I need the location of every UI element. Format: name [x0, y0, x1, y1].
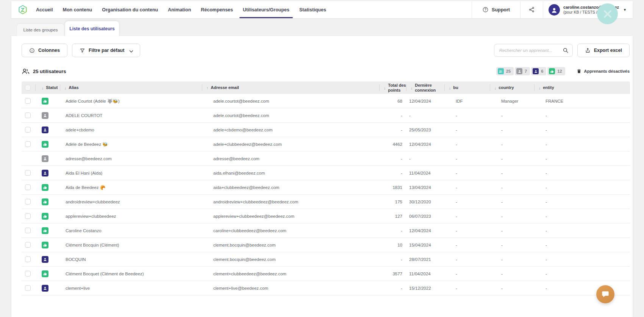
- user-country: -: [490, 267, 534, 281]
- row-checkbox[interactable]: [25, 112, 31, 118]
- avatar: [549, 4, 560, 16]
- column-header-points[interactable]: ↓Total des points: [379, 81, 406, 94]
- column-header-statut[interactable]: ↓Statut: [35, 81, 60, 94]
- user-points: 3577: [379, 267, 406, 281]
- search-input[interactable]: [499, 48, 563, 53]
- select-all-checkbox[interactable]: [22, 81, 35, 94]
- badge-total[interactable]: 25: [496, 67, 514, 75]
- export-excel-button[interactable]: Export excel: [577, 44, 630, 57]
- nav-item-statistiques[interactable]: Statistiques: [299, 1, 326, 18]
- nav-item-r-compenses[interactable]: Récompenses: [201, 1, 233, 18]
- user-row[interactable]: Adèle de Beedeez 🐝adele+clubbeedeez@beed…: [22, 137, 630, 151]
- user-row[interactable]: Aida de Beedeez 🥐aida+clubbeedeez@beedee…: [22, 180, 630, 195]
- user-entity: -: [534, 252, 630, 266]
- user-last-connection: 11/04/2024: [406, 166, 444, 180]
- user-entity: -: [534, 267, 630, 281]
- row-checkbox[interactable]: [25, 256, 31, 262]
- sort-down-icon: ↓: [539, 86, 541, 90]
- user-email: adele.courtot@beedeez.com: [202, 94, 379, 108]
- chat-widget-button[interactable]: [596, 285, 614, 303]
- user-email: applereview+clubbeedeez@beedeez.com: [202, 209, 379, 223]
- search-box: [494, 44, 573, 57]
- badge-pending[interactable]: 6: [531, 67, 546, 75]
- column-header-email[interactable]: ↑Adresse email: [202, 81, 379, 94]
- user-row[interactable]: Adèle Courtot (Adèle 🐺🐝)adele.courtot@be…: [22, 94, 630, 108]
- status-pending-icon: [42, 126, 48, 133]
- status-active-icon: [42, 227, 48, 234]
- close-widget-button[interactable]: [597, 3, 618, 24]
- nav-item-organisation-du-contenu[interactable]: Organisation du contenu: [102, 1, 158, 18]
- user-country: -: [490, 281, 534, 295]
- nav-item-accueil[interactable]: Accueil: [36, 1, 53, 18]
- beedeez-logo[interactable]: [18, 5, 28, 15]
- account-menu[interactable]: caroline.costanzo@beedeez (pour KB / TES…: [543, 1, 633, 18]
- trash-icon: [577, 69, 581, 74]
- row-checkbox[interactable]: [25, 271, 31, 276]
- user-entity: -: [534, 137, 630, 151]
- help-icon: [482, 6, 489, 13]
- user-bu: -: [444, 267, 490, 281]
- row-checkbox[interactable]: [25, 127, 31, 133]
- user-row[interactable]: adresse@beedeez.comadresse@beedeez.com--…: [22, 151, 630, 166]
- user-points: 1831: [379, 180, 406, 194]
- column-header-country[interactable]: ↓country: [490, 81, 534, 94]
- badge-active[interactable]: 12: [547, 67, 565, 75]
- disabled-learners-button[interactable]: Apprenants désactivés: [577, 69, 630, 74]
- user-row[interactable]: Aida El Hani (Aida)aida.elhani@beedeez.c…: [22, 166, 630, 180]
- user-email: adele.courtot@beedeez.com: [202, 108, 379, 122]
- column-header-connexion[interactable]: ↓Dernière connexion: [406, 81, 444, 94]
- user-entity: -: [534, 195, 630, 209]
- main-nav: AccueilMon contenuOrganisation du conten…: [36, 1, 326, 18]
- row-checkbox[interactable]: [25, 285, 31, 291]
- nav-item-animation[interactable]: Animation: [168, 1, 191, 18]
- tab-users-list[interactable]: Liste des utilisateurs: [65, 21, 119, 36]
- row-checkbox[interactable]: [25, 213, 31, 219]
- badge-value: 6: [541, 69, 543, 73]
- user-icon: [516, 68, 522, 74]
- column-header-bu[interactable]: ↓bu: [444, 81, 490, 94]
- user-email: clement.bocquin@beedeez.com: [202, 238, 379, 252]
- column-header-entity[interactable]: ↓entity: [534, 81, 630, 94]
- nav-item-mon-contenu[interactable]: Mon contenu: [63, 1, 92, 18]
- row-checkbox[interactable]: [25, 141, 31, 147]
- user-bu: -: [444, 151, 490, 166]
- toolbar: Colonnes Filtre par défaut Export excel: [22, 44, 630, 57]
- user-last-connection: 06/07/2023: [406, 209, 444, 223]
- badge-value: 12: [557, 69, 562, 73]
- badge-inactive[interactable]: 7: [515, 67, 530, 75]
- search-icon[interactable]: [563, 47, 569, 53]
- nav-item-utilisateurs-groupes[interactable]: Utilisateurs/Groupes: [243, 1, 289, 18]
- user-row[interactable]: BOCQUINclement.bocquin@beedeez.com-28/07…: [22, 252, 630, 267]
- user-country: -: [490, 180, 534, 194]
- user-row[interactable]: applereview+clubbeedeezapplereview+clubb…: [22, 209, 630, 223]
- user-email: androidreview+clubbeedeez@beedeez.com: [202, 195, 379, 209]
- row-checkbox[interactable]: [25, 184, 31, 190]
- row-checkbox[interactable]: [25, 199, 31, 205]
- user-row[interactable]: clement+liveclement+live@beedeez.com-15/…: [22, 281, 630, 295]
- row-checkbox[interactable]: [25, 170, 31, 176]
- share-icon[interactable]: [521, 1, 543, 18]
- user-country: -: [490, 209, 534, 223]
- user-last-connection: 28/07/2021: [406, 252, 444, 266]
- column-header-alias[interactable]: ↓Alias: [60, 81, 202, 94]
- support-button[interactable]: Support: [472, 1, 520, 18]
- filter-button[interactable]: Filtre par défaut: [72, 44, 140, 57]
- sort-down-icon: ↓: [494, 86, 496, 90]
- user-row[interactable]: Clément Bocquin (Clément)clement.bocquin…: [22, 238, 630, 252]
- user-points: -: [379, 166, 406, 180]
- columns-button[interactable]: Colonnes: [22, 44, 67, 57]
- user-bu: -: [444, 238, 490, 252]
- row-checkbox[interactable]: [25, 228, 31, 233]
- user-alias: adele+cbdemo: [60, 123, 202, 137]
- user-row[interactable]: Clément Bocquet (Clément de Beedeez)clem…: [22, 267, 630, 281]
- row-checkbox[interactable]: [25, 98, 31, 104]
- user-row[interactable]: ADELE COURTOTadele.courtot@beedeez.com--…: [22, 108, 630, 123]
- user-entity: -: [534, 108, 630, 122]
- tab-groups-list[interactable]: Liste des groupes: [17, 24, 64, 36]
- row-checkbox[interactable]: [25, 242, 31, 248]
- user-row[interactable]: adele+cbdemoadele+cbdemo@beedeez.com-25/…: [22, 123, 630, 137]
- user-row[interactable]: Caroline Costanzocaroline+clubbeedeez@be…: [22, 223, 630, 238]
- status-inactive-icon: [42, 155, 48, 162]
- user-row[interactable]: androidreview+clubbeedeezandroidreview+c…: [22, 195, 630, 209]
- user-points: -: [379, 123, 406, 137]
